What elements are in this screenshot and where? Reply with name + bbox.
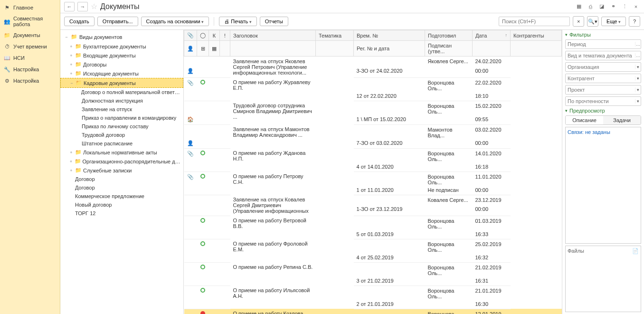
sidebar-item[interactable]: ⚑Главное bbox=[0, 2, 60, 13]
sidebar-item[interactable]: 📁Документы bbox=[0, 29, 60, 41]
preview-box: Связи: не заданы bbox=[565, 127, 641, 244]
cell-author: Воронцова Оль... bbox=[425, 77, 473, 93]
tree-node[interactable]: Заявление на отпуск bbox=[60, 105, 183, 114]
tree-root[interactable]: − 📁 Виды документов bbox=[60, 32, 183, 42]
col-tree[interactable]: ⊞ bbox=[197, 41, 209, 57]
tree-node[interactable]: Приказ о направлении в командировку bbox=[60, 114, 183, 122]
tree-node[interactable]: Трудовой договор bbox=[60, 131, 183, 139]
table-row[interactable]: Заявление на отпуск Ковалев Сергей Дмитр… bbox=[184, 195, 562, 206]
col-num[interactable]: Врем. № bbox=[354, 30, 425, 41]
tree-toggle-icon[interactable]: + bbox=[69, 53, 74, 58]
tree-node[interactable]: +📁Исходящие документы bbox=[60, 69, 183, 78]
table-row[interactable]: О приеме на работу Репина С.В.Воронцова … bbox=[184, 262, 562, 278]
sidebar-item[interactable]: ⚙Настройка bbox=[0, 75, 60, 86]
search-input[interactable] bbox=[499, 17, 570, 26]
tree-node[interactable]: Новый договор bbox=[60, 200, 183, 209]
tree-node[interactable]: +📁Входящие документы bbox=[60, 51, 183, 60]
col-date[interactable]: Дата↑ bbox=[473, 30, 511, 41]
col-status[interactable]: ◯ bbox=[197, 30, 209, 41]
table-row[interactable]: Заявление на отпуск Мамонтов Владимир Ал… bbox=[184, 124, 562, 140]
tree-toggle-icon[interactable]: + bbox=[69, 62, 74, 67]
reports-button[interactable]: Отчеты bbox=[260, 17, 288, 26]
tree-node[interactable]: ТОРГ 12 bbox=[60, 209, 183, 218]
more-icon[interactable]: ⋮ bbox=[620, 2, 629, 11]
sidebar-item[interactable]: 👥Совместная работа bbox=[0, 13, 60, 29]
table-row[interactable]: О приеме на работу Фроловой Е.М.Воронцов… bbox=[184, 239, 562, 255]
table-row[interactable]: 📎О приеме на работу Журавлеву Е.П.Воронц… bbox=[184, 77, 562, 93]
tree-node[interactable]: +📁Договоры bbox=[60, 60, 183, 69]
table-row[interactable]: О приеме на работу Ветровой В.В.Воронцов… bbox=[184, 216, 562, 231]
print-button[interactable]: 🖨 Печать bbox=[219, 17, 257, 26]
tree-toggle-icon[interactable]: + bbox=[69, 150, 74, 155]
print-header-icon[interactable]: ⎙ bbox=[586, 2, 595, 11]
col-grid[interactable]: ▦ bbox=[209, 41, 220, 57]
cell-time: 00:00 bbox=[473, 187, 511, 195]
nav-back-button[interactable]: ← bbox=[64, 2, 75, 11]
cell-signed bbox=[425, 231, 473, 239]
search-clear-button[interactable]: × bbox=[573, 16, 584, 27]
col-author[interactable]: Подготовил bbox=[425, 30, 473, 41]
tree-node[interactable]: +📁Бухгалтерские документы bbox=[60, 42, 183, 51]
bookmark-icon[interactable]: ◪ bbox=[597, 2, 606, 11]
table-row[interactable]: Заявление на отпуск Яковлев Сергей Петро… bbox=[184, 57, 562, 68]
read-field[interactable]: ▾ bbox=[565, 96, 641, 106]
status-green-icon bbox=[200, 80, 205, 85]
tree-node[interactable]: Договор bbox=[60, 183, 183, 192]
col-signed[interactable]: Подписан (утве... bbox=[425, 41, 473, 57]
tree-node[interactable]: +📁Служебные записки bbox=[60, 166, 183, 175]
col-title[interactable]: Заголовок bbox=[230, 30, 316, 41]
table-row[interactable]: О приеме на работу Ильясовой А.Н.Воронцо… bbox=[184, 285, 562, 301]
nav-forward-button[interactable]: → bbox=[77, 2, 88, 11]
save-icon[interactable]: ▦ bbox=[575, 2, 583, 11]
table-row[interactable]: О приеме на работу Козлова И.Н.Воронцова… bbox=[184, 309, 562, 314]
tree-toggle-icon[interactable]: + bbox=[69, 159, 73, 164]
tree-node[interactable]: +📁Локальные нормативные акты bbox=[60, 148, 183, 157]
org-field[interactable]: ▾ bbox=[565, 62, 641, 72]
filters-title[interactable]: Фильтры bbox=[565, 32, 641, 38]
tree-node[interactable]: Договор о полной материальной ответствен… bbox=[60, 88, 183, 96]
more-button[interactable]: Еще bbox=[601, 17, 626, 26]
create-based-button[interactable]: Создать на основании bbox=[141, 17, 209, 26]
table-row[interactable]: Трудовой договор сотрудника Смирнов Влад… bbox=[184, 101, 562, 116]
tab-description[interactable]: Описание bbox=[566, 116, 603, 124]
tab-tasks[interactable]: Задачи bbox=[603, 116, 641, 124]
col-contragents[interactable]: Контрагенты bbox=[511, 30, 562, 41]
files-box[interactable]: Файлы 📄 bbox=[565, 246, 641, 312]
link-icon[interactable]: ⚭ bbox=[609, 2, 617, 11]
sidebar-item[interactable]: 📖НСИ bbox=[0, 52, 60, 64]
doctype-field[interactable]: … bbox=[565, 51, 641, 60]
col-person[interactable]: 👤 bbox=[184, 41, 197, 57]
tree-node[interactable]: +📁Организационно-распорядительные докуме… bbox=[60, 157, 183, 166]
help-button[interactable]: ? bbox=[629, 16, 640, 27]
sidebar-item[interactable]: 🔧Настройка bbox=[0, 64, 60, 75]
tree-toggle-icon[interactable]: − bbox=[69, 81, 74, 86]
tree-node[interactable]: Должностная инструкция bbox=[60, 96, 183, 105]
col-flag[interactable]: ! bbox=[220, 30, 230, 41]
col-topic[interactable]: Тематика bbox=[316, 30, 354, 41]
col-k[interactable]: К bbox=[209, 30, 220, 41]
project-field[interactable]: ▾ bbox=[565, 85, 641, 95]
col-regnum[interactable]: Рег. № и дата bbox=[354, 41, 425, 57]
tree-toggle-icon[interactable]: + bbox=[69, 168, 74, 173]
tree-node[interactable]: Штатное расписание bbox=[60, 139, 183, 148]
attach-file-icon[interactable]: 📄 bbox=[632, 248, 639, 310]
close-icon[interactable]: × bbox=[632, 2, 640, 11]
contragent-field[interactable]: ▾ bbox=[565, 74, 641, 83]
tree-toggle-icon[interactable]: + bbox=[69, 71, 74, 76]
favorite-star-icon[interactable]: ☆ bbox=[91, 2, 97, 11]
col-attachment[interactable]: 📎 bbox=[184, 30, 197, 41]
tree-node[interactable]: Договор bbox=[60, 175, 183, 183]
preview-title[interactable]: Предпросмотр bbox=[565, 108, 641, 114]
tree-toggle-icon[interactable]: + bbox=[69, 44, 74, 49]
table-row[interactable]: 📎О приеме на работу Жданова Н.П.Воронцов… bbox=[184, 148, 562, 164]
tree-node[interactable]: −📁Кадровые документы bbox=[60, 78, 183, 88]
period-field[interactable]: … bbox=[565, 39, 641, 49]
tree-node[interactable]: Коммерческое предложение bbox=[60, 192, 183, 200]
send-button[interactable]: Отправить... bbox=[97, 17, 138, 26]
sidebar-item[interactable]: ⏱Учет времени bbox=[0, 41, 60, 52]
tree-node[interactable]: Приказ по личному составу bbox=[60, 122, 183, 131]
search-button[interactable]: 🔍▾ bbox=[587, 16, 598, 27]
table-row[interactable]: 📎О приеме на работу Петрову С.Н.Воронцов… bbox=[184, 171, 562, 187]
create-button[interactable]: Создать bbox=[64, 17, 95, 26]
cell-date: 15.02.2020 bbox=[473, 101, 511, 116]
